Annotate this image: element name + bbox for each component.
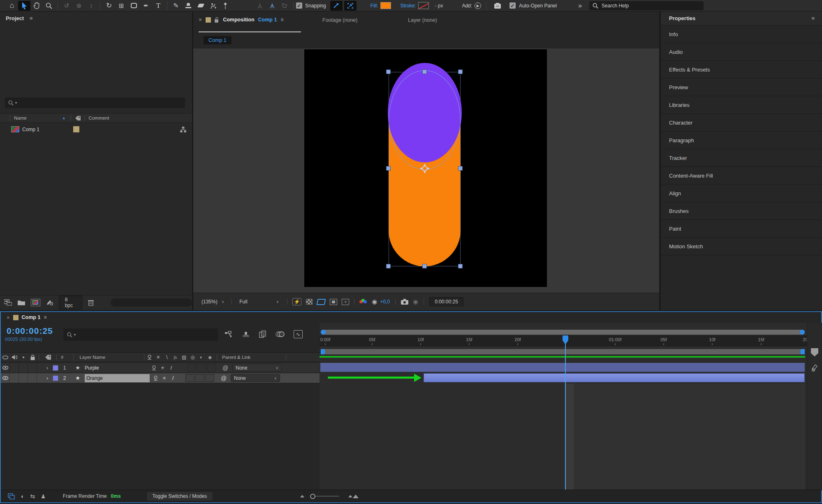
panel-tab-motion-sketch[interactable]: Motion Sketch — [661, 238, 822, 255]
motion-blur-icon[interactable] — [276, 331, 285, 338]
panel-tab-character[interactable]: Character — [661, 114, 822, 132]
add-button[interactable]: ▶ — [475, 2, 481, 9]
selection-handle[interactable] — [458, 166, 463, 171]
layer-label-swatch[interactable] — [53, 375, 58, 381]
shy-switch[interactable] — [150, 365, 158, 371]
selection-handle[interactable] — [386, 264, 391, 268]
panel-tab-info[interactable]: Info — [661, 25, 822, 43]
selection-handle[interactable] — [458, 264, 463, 268]
stroke-swatch[interactable] — [418, 2, 429, 9]
column-comment[interactable]: Comment — [89, 116, 109, 120]
tab-footage[interactable]: Footage (none) — [322, 17, 357, 23]
new-folder-icon[interactable] — [18, 300, 25, 305]
fill-label[interactable]: Fill: — [370, 3, 378, 9]
label-column-icon[interactable] — [75, 116, 81, 121]
timeline-tab-menu-icon[interactable]: ≡ — [44, 314, 46, 320]
zoom-in-mountain-icon[interactable] — [348, 495, 359, 498]
composition-item-name[interactable]: Comp 1 — [22, 127, 39, 132]
lock-toggle[interactable] — [28, 363, 37, 372]
stroke-label[interactable]: Stroke: — [400, 3, 416, 9]
stroke-width-value[interactable]: - px — [435, 3, 443, 9]
search-help-input[interactable]: Search Help — [589, 1, 704, 10]
new-composition-icon[interactable] — [31, 299, 40, 306]
layer-bar-orange[interactable] — [424, 373, 805, 382]
panel-tab-preview[interactable]: Preview — [661, 79, 822, 96]
hand-tool[interactable] — [30, 1, 43, 11]
expand-chevron-icon[interactable]: › — [42, 375, 53, 381]
panel-tab-audio[interactable]: Audio — [661, 43, 822, 61]
audio-toggle[interactable] — [10, 373, 19, 383]
video-toggle[interactable] — [1, 363, 10, 372]
switch-cell[interactable] — [205, 374, 214, 382]
switch-cell[interactable] — [207, 364, 216, 372]
anchor-point-icon[interactable] — [419, 163, 431, 174]
layer-row-purple[interactable]: › 1 ★ Purple ☀ / @ None ∨ — [1, 363, 320, 372]
pan-behind-anchor-tool[interactable]: ⊞ — [115, 1, 127, 11]
panel-tab-effects-presets[interactable]: Effects & Presets — [661, 61, 822, 79]
toolbar-overflow-chevrons[interactable]: » — [578, 2, 582, 9]
fill-swatch[interactable] — [380, 2, 391, 9]
timeline-search-input[interactable]: ▼ — [63, 328, 218, 341]
column-layer-name[interactable]: Layer Name — [79, 355, 105, 360]
switch-cell[interactable] — [195, 374, 204, 382]
panel-tab-paragraph[interactable]: Paragraph — [661, 132, 822, 149]
in-out-panes-toggle-icon[interactable]: ⇆ — [30, 493, 35, 499]
puppet-pin-tool[interactable] — [219, 1, 232, 11]
solo-toggle[interactable] — [19, 373, 28, 383]
roto-brush-tool[interactable] — [207, 1, 219, 11]
timeline-tab[interactable]: × Comp 1 ≡ — [1, 312, 821, 323]
layer-label-swatch[interactable] — [53, 365, 58, 371]
render-engine-icon[interactable] — [46, 299, 53, 306]
audio-toggle[interactable] — [10, 363, 19, 372]
auto-open-panel-checkbox[interactable]: ✓ — [509, 2, 516, 9]
graph-editor-icon[interactable]: ∿ — [294, 330, 303, 338]
delete-icon[interactable] — [88, 299, 94, 306]
local-axis-mode[interactable] — [254, 1, 266, 11]
composition-mini-flowchart-icon[interactable] — [225, 331, 233, 338]
pick-whip-icon[interactable]: @ — [218, 365, 232, 371]
exposure-value[interactable]: +0,0 — [380, 299, 390, 305]
bit-depth-button[interactable]: 8 bpc — [59, 296, 83, 310]
unlock-icon[interactable] — [215, 17, 219, 23]
close-icon[interactable]: × — [7, 314, 10, 321]
resolution-dropdown[interactable]: Full ∨ — [236, 298, 282, 306]
layer-switches-toggle-icon[interactable] — [7, 493, 15, 500]
frame-blending-icon[interactable] — [259, 331, 266, 338]
zoom-out-mountain-icon[interactable] — [300, 495, 304, 497]
project-item-row[interactable]: Comp 1 — [0, 124, 192, 135]
project-panel-menu-icon[interactable]: ≡ — [30, 15, 33, 21]
panel-tab-brushes[interactable]: Brushes — [661, 202, 822, 220]
timeline-zoom-knob[interactable] — [310, 494, 315, 499]
composition-breadcrumb[interactable]: Comp 1 — [204, 36, 232, 44]
snapshot-camera-icon[interactable] — [401, 299, 408, 305]
grid-guides-icon[interactable]: + — [342, 299, 349, 305]
panel-tab-libraries[interactable]: Libraries — [661, 96, 822, 114]
collapse-switch[interactable]: ☀ — [160, 375, 169, 381]
type-tool[interactable]: T — [152, 1, 164, 11]
home-icon[interactable]: ⌂ — [6, 1, 18, 11]
quality-switch[interactable]: / — [167, 365, 176, 371]
interpret-footage-icon[interactable] — [4, 299, 12, 305]
close-icon[interactable]: × — [199, 16, 202, 23]
selection-handle[interactable] — [386, 69, 391, 74]
clone-stamp-tool[interactable] — [182, 1, 195, 11]
pan-camera-tool[interactable]: ⊕ — [73, 1, 85, 11]
timeline-zoom-track[interactable] — [315, 496, 339, 497]
panel-tab-content-aware-fill[interactable]: Content-Aware Fill — [661, 167, 822, 185]
dolly-camera-tool[interactable]: ↕ — [85, 1, 97, 11]
tab-layer[interactable]: Layer (none) — [408, 17, 437, 23]
navigator-end-handle[interactable] — [800, 330, 805, 335]
region-of-interest-icon[interactable] — [330, 299, 337, 305]
expand-chevron-icon[interactable]: › — [42, 365, 53, 371]
work-area-bar[interactable] — [321, 349, 805, 354]
composition-canvas[interactable] — [304, 49, 547, 287]
comp-marker-bin-icon[interactable] — [811, 348, 818, 356]
project-search-input[interactable]: ▼ — [5, 97, 185, 108]
exposure-reset-icon[interactable]: ◉ — [372, 298, 377, 305]
selection-tool[interactable] — [18, 1, 30, 11]
layer-name-editing[interactable]: Orange — [85, 374, 150, 382]
fast-previews-icon[interactable]: ⚡ — [292, 298, 301, 305]
channels-icon[interactable] — [359, 299, 367, 305]
world-axis-mode[interactable] — [266, 1, 278, 11]
transfer-controls-toggle-icon[interactable]: ◐ — [21, 493, 24, 499]
